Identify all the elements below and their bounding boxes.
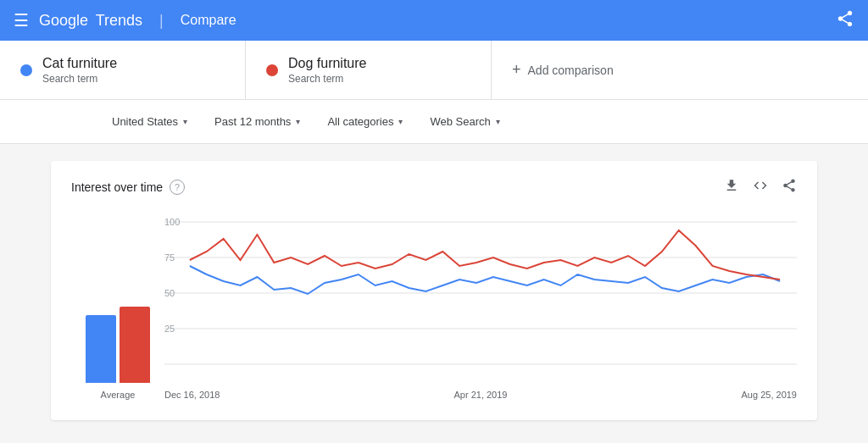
dog-term-label: Dog furniture: [288, 56, 367, 71]
cat-term-label: Cat furniture: [42, 56, 117, 71]
x-label-0: Dec 16, 2018: [164, 390, 220, 400]
period-filter-label: Past 12 months: [214, 115, 291, 128]
logo-trends-text: Trends: [92, 12, 142, 30]
line-chart-svg: 100 75 50 25: [164, 213, 797, 383]
x-axis-labels: Dec 16, 2018 Apr 21, 2019 Aug 25, 2019: [164, 386, 797, 400]
plus-icon: +: [512, 61, 521, 79]
bar-chart-label: Average: [101, 390, 136, 400]
app-header: ☰ Google Trends | Compare: [0, 0, 868, 41]
region-filter-label: United States: [112, 115, 178, 128]
share-icon: [836, 9, 854, 28]
region-chevron-icon: ▾: [183, 117, 187, 126]
embed-icon[interactable]: [753, 178, 768, 197]
interest-over-time-card: Interest over time ?: [51, 161, 817, 420]
average-bar-chart: Average: [71, 213, 164, 400]
type-chevron-icon: ▾: [496, 117, 500, 126]
logo-google-text: Google: [39, 12, 88, 30]
cat-term-sublabel: Search term: [42, 73, 117, 85]
search-terms-bar: Cat furniture Search term Dog furniture …: [0, 41, 868, 100]
bar-cat: [86, 315, 116, 383]
line-chart-container: 100 75 50 25 Dec 16, 2018 Apr 21, 2019 A…: [164, 213, 797, 400]
bar-dog: [120, 307, 150, 383]
header-compare-label: Compare: [181, 13, 236, 28]
type-filter-label: Web Search: [430, 115, 490, 128]
category-filter[interactable]: All categories ▾: [317, 110, 413, 133]
info-icon[interactable]: ?: [170, 180, 185, 195]
header-left: ☰ Google Trends | Compare: [14, 10, 236, 30]
svg-text:50: 50: [164, 288, 175, 298]
header-share-button[interactable]: [836, 9, 854, 31]
cat-dot: [20, 64, 32, 76]
period-chevron-icon: ▾: [296, 117, 300, 126]
search-term-dog[interactable]: Dog furniture Search term: [246, 41, 492, 99]
main-content: Interest over time ?: [0, 144, 868, 437]
chart-actions: [724, 178, 797, 197]
svg-text:100: 100: [164, 217, 180, 227]
chart-body: Average 100 75 50 25: [71, 213, 797, 400]
dog-dot: [266, 64, 278, 76]
chart-header: Interest over time ?: [71, 178, 797, 197]
chart-title-area: Interest over time ?: [71, 180, 185, 195]
svg-text:75: 75: [164, 252, 175, 263]
add-comparison-label: Add comparison: [528, 64, 614, 77]
hamburger-icon[interactable]: ☰: [14, 10, 29, 30]
share-chart-icon[interactable]: [782, 178, 797, 197]
x-label-1: Apr 21, 2019: [453, 390, 507, 400]
app-logo: Google Trends: [39, 12, 142, 30]
bar-chart: [86, 281, 150, 383]
cat-term-text: Cat furniture Search term: [42, 56, 117, 85]
search-term-cat[interactable]: Cat furniture Search term: [0, 41, 246, 99]
svg-text:25: 25: [164, 324, 175, 334]
filters-bar: United States ▾ Past 12 months ▾ All cat…: [0, 100, 868, 144]
dog-term-sublabel: Search term: [288, 73, 367, 85]
category-chevron-icon: ▾: [398, 117, 403, 126]
region-filter[interactable]: United States ▾: [102, 110, 198, 133]
add-comparison-button[interactable]: + Add comparison: [492, 41, 868, 99]
dog-term-text: Dog furniture Search term: [288, 56, 367, 85]
x-label-2: Aug 25, 2019: [742, 390, 797, 400]
download-icon[interactable]: [724, 178, 739, 197]
chart-title: Interest over time: [71, 180, 163, 194]
type-filter[interactable]: Web Search ▾: [420, 110, 509, 133]
header-divider: |: [159, 12, 164, 30]
period-filter[interactable]: Past 12 months ▾: [204, 110, 310, 133]
category-filter-label: All categories: [327, 115, 393, 128]
info-symbol: ?: [175, 182, 180, 192]
